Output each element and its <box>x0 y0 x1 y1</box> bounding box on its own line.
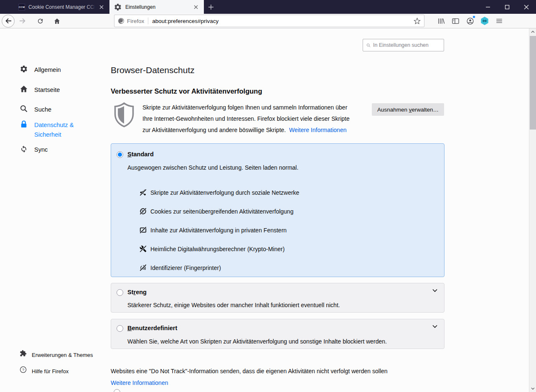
sidebar-toggle-icon[interactable] <box>451 16 460 25</box>
do-not-track-text: Websites eine "Do Not Track"-Information… <box>111 368 388 374</box>
blocked-item: Inhalte zur Aktivitätenverfolgung in pri… <box>140 221 299 239</box>
bookmark-star-icon[interactable] <box>414 18 421 25</box>
option-label: Streng <box>127 289 147 295</box>
social-tracker-blocked-icon <box>140 189 147 196</box>
sync-icon <box>20 145 28 153</box>
identity-chip[interactable]: Firefox <box>118 18 148 24</box>
tab-title: Einstellungen <box>125 4 189 10</box>
option-description: Wählen Sie, welche Art von Skripten zur … <box>127 338 387 345</box>
option-label: Benutzerdefiniert <box>127 325 177 331</box>
close-window-button[interactable] <box>517 0 536 14</box>
search-icon <box>366 43 371 48</box>
section-title: Verbesserter Schutz vor Aktivitätenverfo… <box>111 87 262 95</box>
tab-cookie-consent-manager[interactable]: CCM Cookie Consent Manager CCM <box>14 0 109 14</box>
settings-search-box[interactable] <box>363 39 444 51</box>
account-notification-dot <box>472 15 475 18</box>
sidebar-item-label: Sync <box>34 145 48 155</box>
sidebar-item-label: Hilfe für Firefox <box>32 366 69 376</box>
sidebar-item-allgemein[interactable]: Allgemein <box>20 65 61 75</box>
chevron-down-icon[interactable] <box>432 325 437 328</box>
forward-button[interactable] <box>16 15 29 27</box>
url-bar[interactable]: Firefox about:preferences#privacy <box>114 15 424 27</box>
sidebar-item-label: Allgemein <box>34 65 61 75</box>
learn-more-link[interactable]: Weitere Informationen <box>289 127 346 133</box>
identity-label: Firefox <box>127 18 144 24</box>
sidebar-item-label: Suche <box>34 104 51 115</box>
cryptominer-blocked-icon <box>140 245 147 252</box>
option-panel-streng[interactable]: Streng Stärkerer Schutz, einige Websites… <box>111 283 445 313</box>
vertical-scrollbar[interactable] <box>529 28 536 392</box>
new-tab-button[interactable] <box>204 0 218 14</box>
option-description: Ausgewogen zwischen Schutz und Leistung.… <box>127 164 298 171</box>
sidebar-item-suche[interactable]: Suche <box>20 104 51 115</box>
puzzle-icon <box>20 350 27 357</box>
back-button[interactable] <box>2 15 15 28</box>
close-tab-icon[interactable] <box>98 3 105 11</box>
option-panel-benutzerdefiniert[interactable]: Benutzerdefiniert Wählen Sie, welche Art… <box>111 319 445 349</box>
sidebar-item-label: Erweiterungen & Themes <box>32 350 93 360</box>
blocked-item: Identifizierer (Fingerprinter) <box>140 258 299 277</box>
option-description: Stärkerer Schutz, einige Websites oder m… <box>127 302 340 308</box>
do-not-track-learn-more-link[interactable]: Weitere Informationen <box>111 379 168 386</box>
ccm-favicon: CCM <box>18 4 25 10</box>
sidebar-item-datenschutz-sicherheit[interactable]: Datenschutz & Sicherheit <box>20 120 86 140</box>
svg-text:?: ? <box>22 368 24 372</box>
blocked-item: Heimliche Digitalwährungsberechner (Kryp… <box>140 239 299 258</box>
tab-title: Cookie Consent Manager CCM <box>28 4 94 10</box>
chevron-down-icon[interactable] <box>432 289 437 292</box>
fingerprinter-blocked-icon <box>140 264 147 271</box>
maximize-button[interactable] <box>498 0 517 14</box>
blocked-item: Cookies zur seitenübergreifenden Aktivit… <box>140 202 299 221</box>
home-icon[interactable] <box>51 15 63 27</box>
tab-einstellungen[interactable]: Einstellungen <box>109 0 204 14</box>
account-icon[interactable] <box>465 16 475 25</box>
radio-benutzerdefiniert[interactable] <box>117 325 123 332</box>
scroll-down-icon[interactable] <box>529 385 536 392</box>
sidebar-item-erweiterungen-themes[interactable]: Erweiterungen & Themes <box>20 350 93 360</box>
library-icon[interactable] <box>436 16 445 25</box>
url-text[interactable]: about:preferences#privacy <box>148 18 414 24</box>
toolbar-right-icons <box>436 16 504 25</box>
sidebar-item-hilfe[interactable]: ? Hilfe für Firefox <box>20 366 69 376</box>
sidebar-item-startseite[interactable]: Startseite <box>20 85 60 95</box>
minimize-button[interactable] <box>478 0 498 14</box>
blocked-items-list: Skripte zur Aktivitätenverfolgung durch … <box>140 183 299 277</box>
reload-icon[interactable] <box>34 15 46 27</box>
titlebar-drag-area <box>218 0 478 14</box>
lock-icon <box>20 120 28 128</box>
scroll-up-icon[interactable] <box>529 28 536 35</box>
sidebar-item-sync[interactable]: Sync <box>20 145 48 155</box>
radio-partially-visible[interactable] <box>114 389 120 392</box>
settings-search-input[interactable] <box>373 42 440 48</box>
cookie-blocked-icon <box>140 208 147 215</box>
radio-streng[interactable] <box>117 289 123 296</box>
main-content: Browser-Datenschutz Verbesserter Schutz … <box>111 28 445 392</box>
title-bar: CCM Cookie Consent Manager CCM Einstellu… <box>0 0 536 14</box>
sidebar-item-label: Datenschutz & Sicherheit <box>34 120 86 140</box>
titlebar-spacer <box>0 0 14 14</box>
search-icon <box>20 104 28 113</box>
shield-icon <box>113 102 135 128</box>
close-tab-icon[interactable] <box>192 3 200 11</box>
gear-icon <box>20 65 28 73</box>
sidebar-item-label: Startseite <box>34 85 60 95</box>
blocked-item: Skripte zur Aktivitätenverfolgung durch … <box>140 183 299 202</box>
tab-title-fade <box>86 0 98 14</box>
firefox-logo-icon <box>118 18 124 24</box>
navigation-toolbar: Firefox about:preferences#privacy <box>0 14 536 28</box>
intro-text: Skripte zur Aktivitätenverfolgung folgen… <box>142 102 350 136</box>
page-title: Browser-Datenschutz <box>111 65 195 75</box>
option-label: Standard <box>127 151 154 158</box>
menu-hamburger-icon[interactable] <box>495 16 504 25</box>
gear-icon <box>114 3 122 11</box>
tracking-content-blocked-icon <box>140 227 147 234</box>
option-panel-standard[interactable]: Standard Ausgewogen zwischen Schutz und … <box>111 143 445 277</box>
scrollbar-thumb[interactable] <box>530 36 536 130</box>
home-icon <box>20 85 28 93</box>
help-icon: ? <box>20 366 27 373</box>
extension-icon[interactable] <box>480 16 489 25</box>
radio-standard[interactable] <box>117 151 123 158</box>
preferences-page: Allgemein Startseite Suche Datenschutz &… <box>0 28 536 392</box>
manage-exceptions-button[interactable]: Ausnahmen verwalten… <box>372 103 444 116</box>
